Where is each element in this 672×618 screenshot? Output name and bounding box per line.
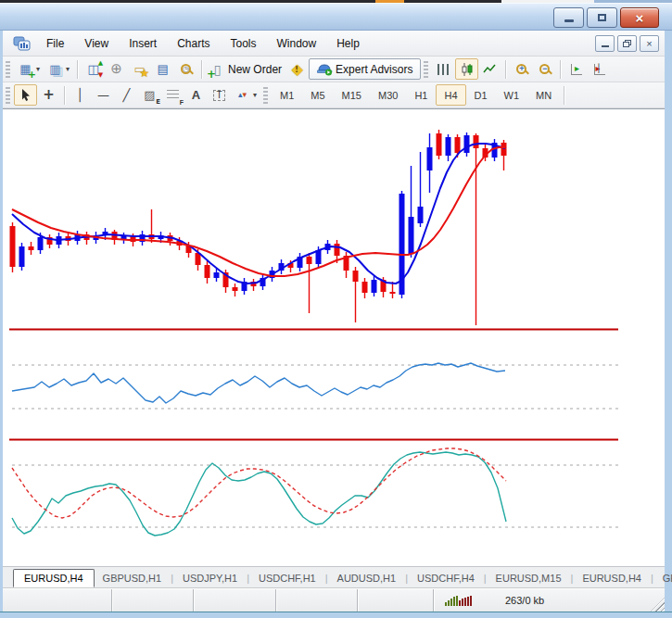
timeframe-buttons: M1M5M15M30H1H4D1W1MN xyxy=(272,84,560,106)
menu-file[interactable]: File xyxy=(36,32,74,55)
chart-tab-usdjpy-h1[interactable]: USDJPY,H1 xyxy=(174,570,246,586)
trend-line-button[interactable]: ╱ xyxy=(115,84,138,106)
expert-advisors-button[interactable]: Expert Advisors xyxy=(309,58,421,80)
toolbar-grip xyxy=(263,87,268,104)
standard-toolbar: ▦+▾▥▾◫▲▼⊕▭★▤◷▯+New Order◆!Expert Advisor… xyxy=(3,57,665,82)
menu-tools[interactable]: Tools xyxy=(221,32,267,55)
metaeditor-button[interactable]: ◆! xyxy=(285,58,309,80)
cursor-button[interactable] xyxy=(14,84,37,106)
navigator-button[interactable]: ▭★ xyxy=(128,58,151,80)
auto-scroll-button[interactable]: ▸ xyxy=(564,58,588,80)
candle-chart-button[interactable] xyxy=(455,58,478,80)
expert-advisors-label: Expert Advisors xyxy=(336,63,412,76)
chart-tab-eurusd-m15[interactable]: EURUSD,M15 xyxy=(488,570,570,586)
chart-tab-eurusd-h4[interactable]: EURUSD,H4 xyxy=(13,569,95,587)
vertical-line-icon: │ xyxy=(72,88,88,103)
close-icon: × xyxy=(636,10,644,26)
timeframe-w1-button[interactable]: W1 xyxy=(496,84,528,106)
mdi-minimize-button[interactable] xyxy=(595,35,615,52)
timeframe-h1-button[interactable]: H1 xyxy=(406,84,436,106)
strategy-tester-button[interactable]: ◷ xyxy=(174,58,197,80)
new-chart-button[interactable]: ▦+▾ xyxy=(14,58,44,80)
chart-tab-audusd-h1[interactable]: AUDUSD,H1 xyxy=(329,570,405,586)
toolbar-grip xyxy=(6,87,10,104)
bar-chart-button[interactable] xyxy=(432,58,455,80)
market-watch-button[interactable]: ◫▲▼ xyxy=(82,58,105,80)
chart-window[interactable] xyxy=(3,108,665,566)
metaeditor-icon: ◆! xyxy=(289,62,305,77)
menu-charts[interactable]: Charts xyxy=(167,32,220,55)
timeframe-d1-button[interactable]: D1 xyxy=(466,84,496,106)
timeframe-h4-button[interactable]: H4 xyxy=(436,84,465,106)
dropdown-caret-icon: ▾ xyxy=(253,91,257,99)
zoom-in-icon: + xyxy=(514,62,529,77)
chart-tab-ge[interactable]: GE xyxy=(654,570,672,586)
chart-tab-usdchf-h4[interactable]: USDCHF,H4 xyxy=(409,570,483,586)
timeframe-mn-button[interactable]: MN xyxy=(527,84,560,106)
title-bar: × xyxy=(0,3,672,31)
mt4-logo-icon xyxy=(10,36,32,51)
chart-tab-bar: EURUSD,H4GBPUSD,H1|USDJPY,H1|USDCHF,H1|A… xyxy=(3,566,665,588)
new-order-button[interactable]: ▯+New Order xyxy=(206,58,285,80)
horizontal-line-button[interactable]: — xyxy=(92,84,115,106)
chart-shift-button[interactable]: ▸▏ xyxy=(588,58,611,80)
chart-tab-eurusd-h4[interactable]: EURUSD,H4 xyxy=(574,570,650,586)
timeframe-m5-button[interactable]: M5 xyxy=(302,84,333,106)
menu-help[interactable]: Help xyxy=(326,32,370,55)
toolbar-separator xyxy=(505,60,506,79)
timeframe-m15-button[interactable]: M15 xyxy=(334,84,370,106)
window-close-button[interactable]: × xyxy=(620,7,659,28)
connection-status-icon xyxy=(445,595,472,606)
menu-bar: FileViewInsertChartsToolsWindowHelp × xyxy=(3,31,665,57)
toolbar-separator xyxy=(201,60,202,79)
mdi-close-button[interactable]: × xyxy=(640,35,659,52)
crosshair-icon: + xyxy=(41,88,57,103)
chart-tab-usdchf-h1[interactable]: USDCHF,H1 xyxy=(250,570,324,586)
terminal-button[interactable]: ▤ xyxy=(151,58,174,80)
equidistant-channel-button[interactable]: ▨E xyxy=(138,84,161,106)
minimize-icon xyxy=(564,19,574,22)
timeframe-m1-button[interactable]: M1 xyxy=(272,84,302,106)
profiles-button[interactable]: ▥▾ xyxy=(44,58,73,80)
window-minimize-button[interactable] xyxy=(553,7,584,28)
menu-window[interactable]: Window xyxy=(267,32,327,55)
horizontal-line-icon: — xyxy=(95,88,111,103)
arrow-tools-button[interactable]: ▴▾▾ xyxy=(231,84,260,106)
text-label-icon: T xyxy=(211,88,227,103)
zoom-out-button[interactable]: − xyxy=(533,58,556,80)
text-icon: A xyxy=(188,88,204,103)
fibonacci-icon: F xyxy=(165,88,181,103)
mdi-restore-button[interactable] xyxy=(617,35,637,52)
fibonacci-button[interactable]: F xyxy=(161,84,184,106)
mdi-window-controls: × xyxy=(592,35,659,52)
chart-shift-icon: ▸▏ xyxy=(591,62,607,77)
status-cell-4 xyxy=(358,589,434,612)
status-cell-0 xyxy=(3,589,112,612)
zoom-in-button[interactable]: + xyxy=(510,58,533,80)
mdi-restore-icon xyxy=(623,40,631,47)
strategy-tester-icon: ◷ xyxy=(178,62,194,77)
cursor-icon xyxy=(18,88,33,103)
traffic-counter: 263/0 kb xyxy=(505,595,544,606)
market-watch-icon: ◫▲▼ xyxy=(85,62,101,77)
dropdown-caret-icon: ▾ xyxy=(66,65,70,73)
data-window-button[interactable]: ⊕ xyxy=(105,58,128,80)
timeframe-m30-button[interactable]: M30 xyxy=(370,84,406,106)
trend-line-icon: ╱ xyxy=(119,88,134,103)
menu-insert[interactable]: Insert xyxy=(119,32,167,55)
toolbar-grip xyxy=(6,61,10,78)
chart-tab-gbpusd-h1[interactable]: GBPUSD,H1 xyxy=(95,570,171,586)
profiles-icon: ▥ xyxy=(47,62,63,77)
resize-grip[interactable] xyxy=(651,598,665,612)
crosshair-button[interactable]: + xyxy=(37,84,60,106)
arrow-tools-icon: ▴▾ xyxy=(235,88,250,103)
mdi-close-icon: × xyxy=(646,38,652,49)
text-label-button[interactable]: T xyxy=(208,84,231,106)
menu-view[interactable]: View xyxy=(74,32,119,55)
vertical-line-button[interactable]: │ xyxy=(69,84,92,106)
window-maximize-button[interactable] xyxy=(587,7,617,28)
expert-advisors-icon xyxy=(317,62,333,77)
toolbar-grip xyxy=(424,61,428,78)
line-chart-button[interactable] xyxy=(478,58,501,80)
text-button[interactable]: A xyxy=(184,84,208,106)
